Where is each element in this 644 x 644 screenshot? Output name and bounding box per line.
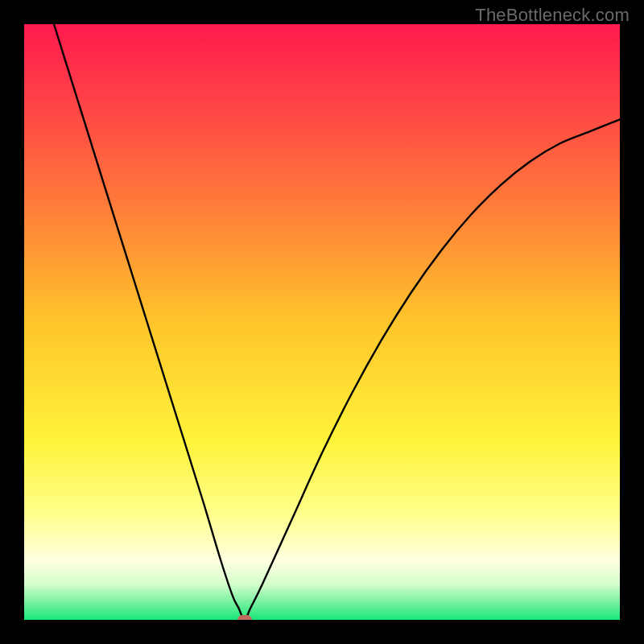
chart-plot-area bbox=[24, 24, 620, 620]
chart-background bbox=[24, 24, 620, 620]
chart-svg bbox=[24, 24, 620, 620]
optimal-point-marker bbox=[237, 615, 252, 620]
watermark-text: TheBottleneck.com bbox=[475, 5, 630, 26]
